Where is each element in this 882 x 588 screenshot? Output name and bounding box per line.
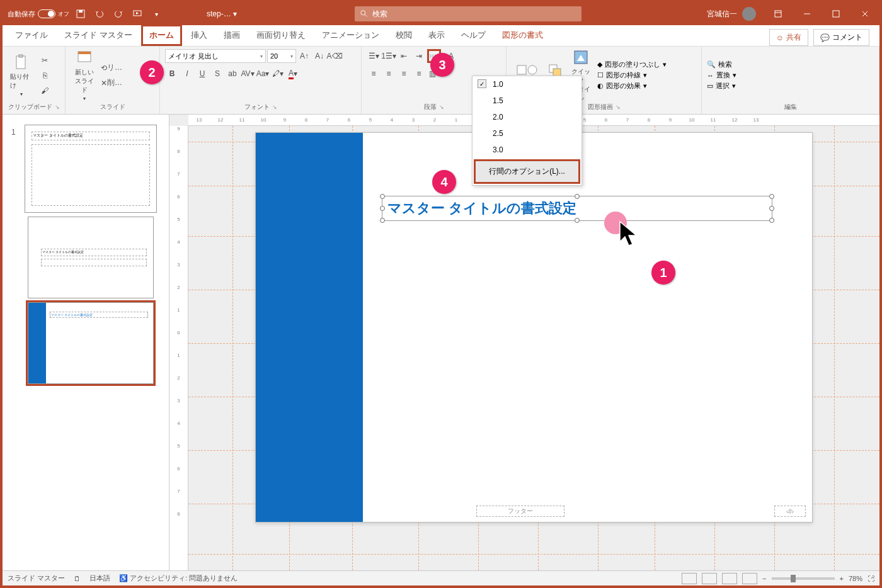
indent-increase-icon[interactable]: ⇥ bbox=[412, 49, 426, 63]
tab-transitions[interactable]: 画面切り替え bbox=[249, 25, 313, 46]
user-account[interactable]: 宮城信一 bbox=[699, 7, 764, 21]
title-bar: 自動保存 オフ ▾ step-… ▾ 検索 宮城信一 bbox=[3, 3, 879, 25]
font-size-combo[interactable]: 20▾ bbox=[267, 49, 296, 63]
cut-icon[interactable]: ✂ bbox=[38, 54, 52, 67]
delete-icon[interactable]: ✕ 削… bbox=[101, 76, 122, 90]
align-justify-icon[interactable]: ≡ bbox=[412, 67, 426, 81]
shadow-icon[interactable]: ab bbox=[226, 67, 239, 81]
clipboard-launcher-icon[interactable]: ↘ bbox=[55, 104, 60, 110]
close-icon[interactable] bbox=[850, 3, 879, 25]
numbering-icon[interactable]: 1☰▾ bbox=[382, 49, 396, 63]
search-box[interactable]: 検索 bbox=[355, 6, 581, 21]
maximize-icon[interactable] bbox=[822, 3, 850, 25]
bullets-icon[interactable]: ☰▾ bbox=[367, 49, 381, 63]
tab-shape-format[interactable]: 図形の書式 bbox=[495, 25, 551, 46]
accessibility-status[interactable]: ♿ アクセシビリティ: 問題ありません bbox=[119, 574, 238, 583]
shape-outline-button[interactable]: ☐ 図形の枠線 ▾ bbox=[597, 71, 667, 80]
notes-icon[interactable]: 🗒 bbox=[74, 575, 81, 582]
tab-slide-master[interactable]: スライド マスター bbox=[57, 25, 140, 46]
replace-button[interactable]: ↔ 置換 ▾ bbox=[707, 71, 736, 80]
cursor-icon bbox=[619, 220, 641, 248]
grow-font-icon[interactable]: A↑ bbox=[297, 49, 311, 63]
layout-thumbnail-1[interactable]: マスター タイトルの書式設定 bbox=[28, 217, 154, 298]
redo-icon[interactable] bbox=[111, 6, 126, 21]
minimize-icon[interactable] bbox=[793, 3, 822, 25]
highlight-icon[interactable]: 🖍▾ bbox=[271, 67, 285, 81]
ribbon-tabs: ファイル スライド マスター ホーム 挿入 描画 画面切り替え アニメーション … bbox=[3, 25, 879, 47]
align-left-icon[interactable]: ≡ bbox=[367, 67, 381, 81]
line-spacing-1-0[interactable]: ✓1.0 bbox=[472, 76, 581, 93]
collapse-ribbon-icon[interactable]: ⌃ bbox=[869, 575, 876, 584]
zoom-slider[interactable] bbox=[772, 577, 835, 580]
status-bar: スライド マスター 🗒 日本語 ♿ アクセシビリティ: 問題ありません − + … bbox=[3, 570, 879, 585]
select-button[interactable]: ▭ 選択 ▾ bbox=[707, 81, 736, 91]
indent-decrease-icon[interactable]: ⇤ bbox=[397, 49, 411, 63]
qat-more-icon[interactable]: ▾ bbox=[149, 6, 164, 21]
tab-file[interactable]: ファイル bbox=[8, 25, 55, 46]
zoom-in-icon[interactable]: + bbox=[840, 575, 844, 582]
line-spacing-3-0[interactable]: 3.0 bbox=[472, 142, 581, 158]
align-center-icon[interactable]: ≡ bbox=[382, 67, 396, 81]
drawing-launcher-icon[interactable]: ↘ bbox=[616, 104, 621, 110]
tab-view[interactable]: 表示 bbox=[421, 25, 452, 46]
save-icon[interactable] bbox=[73, 6, 88, 21]
line-spacing-options[interactable]: 行間のオプション(L)... bbox=[474, 159, 580, 184]
italic-icon[interactable]: I bbox=[180, 67, 194, 81]
ribbon-display-icon[interactable] bbox=[764, 3, 793, 25]
char-spacing-icon[interactable]: AV▾ bbox=[241, 67, 255, 81]
normal-view-icon[interactable] bbox=[682, 573, 697, 584]
tab-animations[interactable]: アニメーション bbox=[314, 25, 387, 46]
sorter-view-icon[interactable] bbox=[702, 573, 717, 584]
status-language[interactable]: 日本語 bbox=[89, 574, 110, 583]
autosave-toggle[interactable]: 自動保存 オフ bbox=[8, 9, 69, 19]
shrink-font-icon[interactable]: A↓ bbox=[312, 49, 326, 63]
new-slide-button[interactable]: 新しい スライド▾ bbox=[71, 53, 98, 98]
find-button[interactable]: 🔍 検索 bbox=[707, 60, 736, 69]
zoom-level[interactable]: 78% bbox=[849, 575, 862, 582]
font-name-combo[interactable]: メイリオ 見出し▾ bbox=[165, 49, 266, 63]
reset-icon[interactable]: ⟲ リ… bbox=[101, 61, 122, 75]
slideshow-view-icon[interactable] bbox=[742, 573, 757, 584]
paste-button[interactable]: 貼り付け▾ bbox=[8, 53, 35, 98]
underline-icon[interactable]: U bbox=[195, 67, 209, 81]
vertical-ruler[interactable]: 987654321012345678 bbox=[169, 126, 188, 570]
font-launcher-icon[interactable]: ↘ bbox=[272, 104, 277, 110]
slide-canvas[interactable]: マスター タイトルの書式設定 フッター ‹#› bbox=[255, 132, 813, 523]
line-spacing-1-5[interactable]: 1.5 bbox=[472, 93, 581, 109]
layout-thumbnail-2[interactable]: マスター タイトルの書式設定 bbox=[28, 302, 154, 384]
comment-button[interactable]: 💬 コメント bbox=[813, 29, 869, 46]
svg-rect-4 bbox=[775, 11, 781, 17]
copy-icon[interactable]: ⎘ bbox=[38, 69, 52, 82]
shape-effects-button[interactable]: ◐ 図形の効果 ▾ bbox=[597, 81, 667, 91]
title-placeholder[interactable]: マスター タイトルの書式設定 bbox=[382, 196, 772, 221]
svg-rect-10 bbox=[517, 65, 526, 74]
zoom-out-icon[interactable]: − bbox=[762, 575, 766, 582]
reading-view-icon[interactable] bbox=[722, 573, 737, 584]
footer-placeholder[interactable]: フッター bbox=[476, 506, 564, 517]
paragraph-launcher-icon[interactable]: ↘ bbox=[439, 104, 444, 110]
change-case-icon[interactable]: Aa▾ bbox=[256, 67, 270, 81]
tab-help[interactable]: ヘルプ bbox=[454, 25, 493, 46]
font-color-icon[interactable]: A▾ bbox=[286, 67, 300, 81]
format-painter-icon[interactable]: 🖌 bbox=[38, 84, 52, 98]
page-number-placeholder[interactable]: ‹#› bbox=[774, 506, 806, 517]
line-spacing-2-5[interactable]: 2.5 bbox=[472, 125, 581, 142]
svg-rect-5 bbox=[833, 11, 839, 17]
document-title[interactable]: step-… ▾ bbox=[207, 9, 237, 18]
search-icon bbox=[360, 9, 369, 18]
tab-draw[interactable]: 描画 bbox=[216, 25, 248, 46]
share-button[interactable]: ☺ 共有 bbox=[769, 29, 808, 46]
tab-insert[interactable]: 挿入 bbox=[183, 25, 215, 46]
tab-review[interactable]: 校閲 bbox=[388, 25, 420, 46]
tab-home[interactable]: ホーム bbox=[141, 25, 182, 46]
shape-fill-button[interactable]: ◆ 図形の塗りつぶし ▾ bbox=[597, 60, 667, 69]
bold-icon[interactable]: B bbox=[165, 67, 179, 81]
slideshow-icon[interactable] bbox=[130, 6, 145, 21]
align-right-icon[interactable]: ≡ bbox=[397, 67, 411, 81]
clear-format-icon[interactable]: A⌫ bbox=[328, 49, 341, 63]
line-spacing-2-0[interactable]: 2.0 bbox=[472, 109, 581, 125]
avatar-icon bbox=[742, 7, 756, 21]
strike-icon[interactable]: S bbox=[210, 67, 224, 81]
master-thumbnail[interactable]: 1 マスター タイトルの書式設定 bbox=[25, 125, 157, 213]
undo-icon[interactable] bbox=[92, 6, 107, 21]
